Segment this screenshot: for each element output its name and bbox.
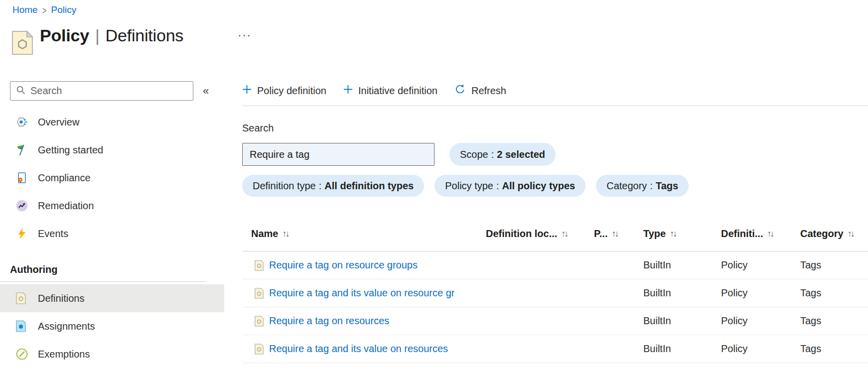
table-row: Require a tag and its value on resources… [242, 335, 868, 363]
pill-value: 2 selected [497, 149, 545, 160]
sidebar: « Overview Getting started Compliance [0, 70, 224, 370]
policy-document-icon [254, 287, 264, 299]
sidebar-section-authoring: Authoring [0, 255, 224, 281]
cell-type: BuiltIn [643, 343, 721, 355]
cell-definition-type: Policy [721, 287, 800, 299]
sidebar-search-input[interactable] [30, 85, 187, 97]
sidebar-item-overview[interactable]: Overview [0, 108, 224, 136]
definition-link[interactable]: Require a tag on resource groups [269, 259, 418, 271]
sidebar-item-events[interactable]: Events [0, 220, 224, 247]
column-header-category[interactable]: Category↑↓ [800, 228, 868, 240]
sidebar-item-assignments[interactable]: Assignments [0, 312, 224, 340]
column-label: Category [800, 228, 844, 240]
sidebar-item-label: Definitions [38, 293, 84, 304]
page-title-separator: | [95, 26, 100, 45]
definition-type-filter-pill[interactable]: Definition type : All definition types [242, 175, 424, 197]
pill-separator: : [496, 180, 499, 192]
pill-value: All policy types [502, 180, 576, 192]
sidebar-item-definitions[interactable]: Definitions [0, 284, 224, 312]
breadcrumb-link-home[interactable]: Home [12, 4, 38, 15]
initiative-definition-button[interactable]: Initiative definition [343, 85, 437, 97]
button-label: Refresh [471, 85, 506, 97]
filter-search-label: Search [242, 123, 868, 134]
sidebar-authoring-items: Definitions Assignments Exemptions [0, 284, 224, 368]
definition-link[interactable]: Require a tag and its value on resources [269, 343, 448, 355]
table-row: Require a tag and its value on resource … [242, 279, 868, 307]
sidebar-section-divider [0, 281, 206, 282]
cell-name: Require a tag and its value on resources [242, 343, 486, 355]
column-header-type[interactable]: Type↑↓ [643, 228, 721, 240]
breadcrumb-link-policy[interactable]: Policy [51, 4, 76, 15]
column-header-definition-location[interactable]: Definition loc...↑↓ [486, 228, 594, 240]
sidebar-item-compliance[interactable]: Compliance [0, 164, 224, 192]
button-label: Policy definition [257, 85, 326, 97]
definition-link[interactable]: Require a tag and its value on resource … [269, 287, 454, 299]
cell-name: Require a tag on resource groups [242, 259, 486, 271]
sidebar-item-exemptions[interactable]: Exemptions [0, 340, 224, 368]
pill-separator: : [650, 180, 653, 192]
table-row: Require a tag on resources BuiltIn Polic… [242, 307, 868, 335]
sidebar-item-label: Overview [38, 117, 79, 128]
collapse-sidebar-icon[interactable]: « [203, 86, 209, 97]
sidebar-item-label: Events [38, 228, 68, 240]
column-header-definition-type[interactable]: Definiti...↑↓ [721, 228, 800, 240]
sidebar-nav: Overview Getting started Compliance Reme… [0, 108, 224, 247]
policy-document-icon [11, 30, 34, 58]
column-label: Definiti... [721, 228, 763, 240]
cell-name: Require a tag on resources [242, 315, 486, 327]
column-label: Type [643, 228, 666, 240]
compliance-icon [15, 171, 28, 184]
sidebar-item-label: Remediation [38, 200, 94, 212]
pill-separator: : [491, 149, 494, 160]
events-lightning-icon [15, 227, 28, 240]
pill-label: Definition type [253, 180, 316, 192]
policy-document-icon [254, 259, 264, 271]
definition-search-input[interactable] [242, 143, 434, 166]
policy-type-filter-pill[interactable]: Policy type : All policy types [434, 175, 585, 197]
sidebar-item-remediation[interactable]: Remediation [0, 192, 224, 220]
cell-category: Tags [800, 287, 868, 299]
refresh-icon [454, 84, 466, 98]
page-title: Policy|Definitions [40, 26, 183, 45]
column-label: Definition loc... [486, 228, 557, 240]
pill-label: Policy type [445, 180, 493, 192]
table-row: Require a tag on resource groups BuiltIn… [242, 251, 868, 279]
breadcrumb: Home > Policy [12, 4, 76, 15]
filter-row-1: Scope : 2 selected [242, 143, 868, 166]
cell-name: Require a tag and its value on resource … [242, 287, 486, 299]
column-header-policies[interactable]: P...↑↓ [594, 228, 643, 240]
getting-started-flag-icon [15, 143, 28, 156]
cell-category: Tags [800, 343, 868, 355]
sort-icon: ↑↓ [561, 229, 567, 239]
scope-filter-pill[interactable]: Scope : 2 selected [449, 143, 556, 166]
sort-icon: ↑↓ [670, 229, 676, 239]
pill-value: Tags [656, 180, 678, 192]
column-header-name[interactable]: Name↑↓ [242, 228, 486, 240]
cell-category: Tags [800, 259, 868, 271]
category-filter-pill[interactable]: Category : Tags [596, 175, 689, 197]
filter-row-2: Definition type : All definition types P… [242, 175, 868, 197]
policy-document-icon [254, 343, 264, 355]
policy-document-icon [254, 315, 264, 327]
sidebar-item-getting-started[interactable]: Getting started [0, 136, 224, 164]
column-label: P... [594, 228, 607, 240]
search-icon [16, 85, 26, 97]
refresh-button[interactable]: Refresh [454, 84, 506, 98]
sidebar-item-label: Assignments [38, 321, 95, 332]
sort-icon: ↑↓ [611, 229, 617, 239]
policy-definition-button[interactable]: Policy definition [242, 85, 326, 97]
section-label: Authoring [10, 264, 58, 275]
definitions-table: Name↑↓ Definition loc...↑↓ P...↑↓ Type↑↓… [242, 217, 868, 363]
definition-link[interactable]: Require a tag on resources [269, 315, 389, 327]
cell-definition-type: Policy [721, 259, 800, 271]
pill-separator: : [319, 180, 322, 192]
sidebar-search-box[interactable] [10, 81, 193, 101]
page-title-blade: Definitions [106, 26, 184, 45]
plus-icon [343, 85, 353, 97]
cell-category: Tags [800, 315, 868, 327]
command-bar: Policy definition Initiative definition … [242, 70, 868, 106]
more-options-icon[interactable]: ··· [238, 28, 251, 42]
button-label: Initiative definition [358, 85, 437, 97]
pill-value: All definition types [324, 180, 414, 192]
table-header-row: Name↑↓ Definition loc...↑↓ P...↑↓ Type↑↓… [242, 217, 868, 251]
